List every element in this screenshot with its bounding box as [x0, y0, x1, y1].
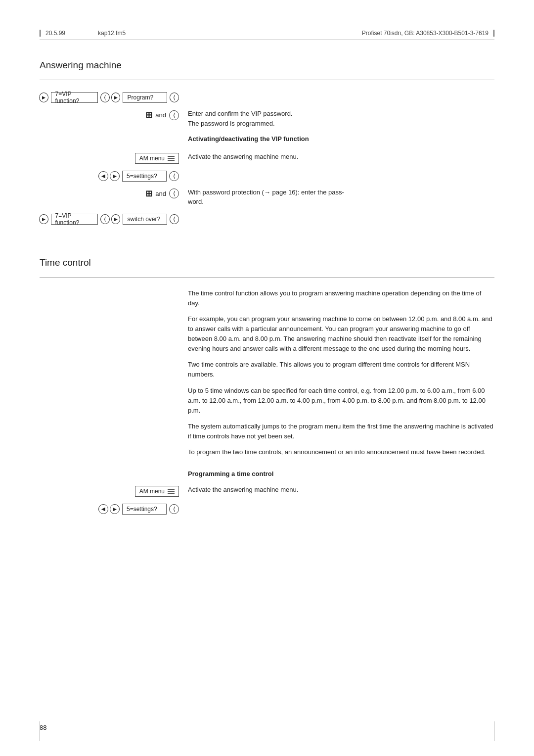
row-vip-function: ▶ 7=VIP function? ⟨ ▶ Program? ⟨ — [40, 91, 494, 103]
page-number: 88 — [40, 724, 46, 731]
row7-left: ▶ 7=VIP function? ⟨ ▶ switch over? ⟨ — [40, 213, 188, 225]
activate-vip-label: Activating/deactivating the VIP function — [188, 135, 309, 142]
row2-left: ⊞ and ⟨ — [40, 109, 188, 120]
settings2-icons: ◀ ▶ 5=settings? ⟨ — [98, 504, 179, 515]
programming-label: Programming a time control — [188, 470, 273, 477]
row1-icons: ▶ 7=VIP function? ⟨ ▶ Program? ⟨ — [39, 92, 179, 103]
row-settings1: ◀ ▶ 5=settings? ⟨ — [40, 170, 494, 182]
and-label1: and — [155, 111, 166, 119]
row-am-menu1: AM menu Activate the answering machine m… — [40, 152, 494, 164]
row4-left: AM menu — [40, 152, 188, 164]
play-icon2: ▶ — [39, 214, 48, 224]
row6-right: With password protection (→ page 16): en… — [188, 188, 494, 207]
switch-over-display: switch over? — [123, 214, 167, 225]
am-menu-bars1 — [168, 156, 175, 161]
nav-down-icon4: ⟨ — [100, 214, 110, 224]
row-am-menu2: AM menu Activate the answering machine m… — [40, 485, 494, 497]
hash-icon: ⊞ — [145, 110, 152, 120]
tc-para5: The system automatically jumps to the pr… — [188, 422, 494, 441]
row2-icons: ⊞ and ⟨ — [145, 110, 179, 120]
page-header: 20.5.99 kap12.fm5 Profiset 70isdn, GB: A… — [40, 30, 494, 40]
row-programming-label: Programming a time control — [40, 469, 494, 479]
nav-down-icon6: ⟨ — [169, 504, 179, 514]
tc-para2: For example, you can program your answer… — [188, 314, 494, 354]
nav-down-icon2: ⟨ — [170, 93, 179, 102]
am-menu-label2: AM menu — [135, 486, 179, 497]
settings-display2: 5=settings? — [122, 504, 167, 515]
header-product: Profiset 70isdn, GB: A30853-X300-B501-3-… — [362, 30, 489, 37]
settings-display1: 5=settings? — [122, 171, 167, 182]
nav-right-icon4: ▶ — [110, 504, 120, 514]
tc-para3: Two time controls are available. This al… — [188, 360, 494, 379]
program-display: Program? — [123, 92, 167, 103]
header-left-vline — [40, 30, 41, 37]
check-icon2: ⟨ — [169, 189, 179, 198]
tc-para1: The time control function allows you to … — [188, 288, 494, 308]
bar2 — [168, 158, 175, 159]
nav-right-icon1: ▶ — [111, 93, 121, 102]
nav-left-icon1: ◀ — [98, 171, 108, 181]
bar4 — [168, 489, 175, 490]
row5-icons: ◀ ▶ 5=settings? ⟨ — [98, 171, 179, 182]
vip-function-display: 7=VIP function? — [51, 92, 98, 103]
time-control-section: Time control The time control function a… — [40, 252, 494, 520]
row3-left — [40, 134, 188, 135]
nav-down-icon5: ⟨ — [170, 214, 179, 224]
section2-divider — [40, 277, 494, 278]
am-menu-bars2 — [168, 489, 175, 494]
row2-right: Enter and confirm the VIP password. The … — [188, 109, 494, 128]
row6-left: ⊞ and ⟨ — [40, 188, 188, 199]
bar1 — [168, 156, 175, 157]
tc-right-paragraphs: The time control function allows you to … — [188, 288, 494, 464]
row-vip-password: ⊞ and ⟨ Enter and confirm the VIP passwo… — [40, 109, 494, 128]
header-date: 20.5.99 — [45, 30, 65, 37]
header-file: kap12.fm5 — [98, 30, 126, 37]
nav-left-icon2: ◀ — [98, 504, 108, 514]
am-menu2-right: Activate the answering machine menu. — [188, 485, 494, 495]
header-left: 20.5.99 kap12.fm5 — [40, 30, 126, 37]
row1-left: ▶ 7=VIP function? ⟨ ▶ Program? ⟨ — [40, 91, 188, 103]
section1-divider — [40, 80, 494, 80]
footer-vline-left — [40, 721, 40, 741]
hash-icon2: ⊞ — [145, 189, 152, 199]
nav-right-icon2: ▶ — [110, 171, 120, 181]
am-menu2-left: AM menu — [40, 485, 188, 497]
nav-down-icon3: ⟨ — [169, 171, 179, 181]
tc-para4: Up to 5 time windows can be specified fo… — [188, 386, 494, 416]
row5-left: ◀ ▶ 5=settings? ⟨ — [40, 170, 188, 182]
prog-label-right: Programming a time control — [188, 469, 494, 479]
answering-machine-section: Answering machine ▶ 7=VIP function? ⟨ ▶ … — [40, 55, 494, 238]
bar5 — [168, 491, 175, 492]
and-label2: and — [155, 190, 166, 197]
vip-password-line2: The password is programmed. — [188, 119, 494, 129]
am-menu-text2: AM menu — [139, 488, 165, 495]
page: 20.5.99 kap12.fm5 Profiset 70isdn, GB: A… — [0, 0, 534, 756]
nav-down-icon1: ⟨ — [100, 93, 110, 102]
tc-para6: To program the two time controls, an ann… — [188, 447, 494, 457]
row-switch-over: ▶ 7=VIP function? ⟨ ▶ switch over? ⟨ — [40, 213, 494, 225]
vip-password-line1: Enter and confirm the VIP password. — [188, 109, 494, 119]
section1-title: Answering machine — [40, 60, 494, 71]
check-icon1: ⟨ — [169, 110, 179, 120]
settings2-left: ◀ ▶ 5=settings? ⟨ — [40, 503, 188, 515]
row-activate-vip: Activating/deactivating the VIP function — [40, 134, 494, 144]
header-right: Profiset 70isdn, GB: A30853-X300-B501-3-… — [362, 30, 494, 37]
footer-vline-right — [494, 721, 494, 741]
play-icon: ▶ — [39, 93, 48, 102]
activate-text2: Activate the answering machine menu. — [188, 486, 298, 493]
tc-left-empty — [40, 288, 188, 289]
row4-right: Activate the answering machine menu. — [188, 152, 494, 162]
nav-right-icon3: ▶ — [111, 214, 121, 224]
bar6 — [168, 493, 175, 494]
row3-right: Activating/deactivating the VIP function — [188, 134, 494, 144]
row7-icons: ▶ 7=VIP function? ⟨ ▶ switch over? ⟨ — [39, 214, 179, 225]
prog-label-left — [40, 469, 188, 470]
time-control-paragraphs-row: The time control function allows you to … — [40, 288, 494, 464]
row-password-protection: ⊞ and ⟨ With password protection (→ page… — [40, 188, 494, 207]
header-right-vline — [493, 30, 494, 37]
row6-icons: ⊞ and ⟨ — [145, 189, 179, 199]
am-menu-label1: AM menu — [135, 153, 179, 164]
bar3 — [168, 160, 175, 161]
row-settings2: ◀ ▶ 5=settings? ⟨ — [40, 503, 494, 515]
section2-title: Time control — [40, 257, 494, 268]
